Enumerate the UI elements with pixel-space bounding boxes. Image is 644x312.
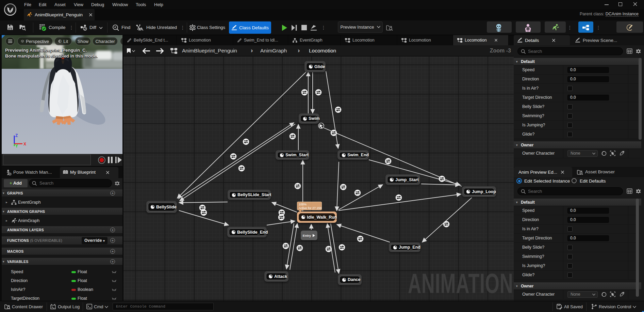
svg-text:Z: Z: [15, 133, 18, 138]
svg-text:Y: Y: [15, 144, 18, 149]
svg-text:X: X: [23, 142, 26, 146]
